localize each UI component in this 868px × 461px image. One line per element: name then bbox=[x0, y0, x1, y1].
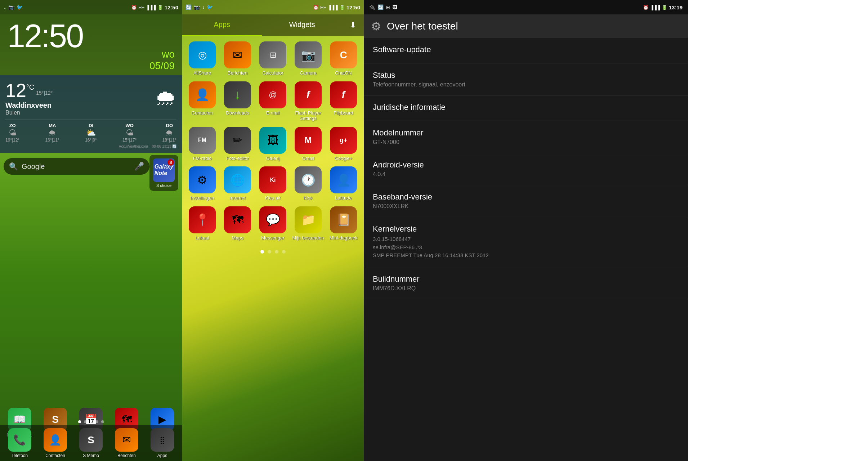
baseband-sub: N7000XXLRK bbox=[373, 203, 679, 210]
downloads-label: Downloads bbox=[226, 110, 249, 116]
settings-status[interactable]: Status Telefoonnummer, signaal, enzovoor… bbox=[364, 63, 688, 95]
drawer-dot-1 bbox=[260, 250, 264, 254]
battery3-icon: 🔋 bbox=[662, 5, 667, 10]
status-time: 12:50 bbox=[165, 4, 178, 10]
grid-googleplus[interactable]: g+ Google+ bbox=[327, 127, 360, 161]
contacten-dock-label: Contacten bbox=[45, 453, 65, 458]
messenger-icon: 💬 bbox=[259, 206, 286, 233]
latitude-label: Latitude bbox=[335, 195, 352, 201]
dock-berichten[interactable]: ✉ Berichten bbox=[111, 428, 143, 458]
dock-apps[interactable]: ⣿ Apps bbox=[146, 428, 179, 458]
signal-icon: ▐▐▐ bbox=[146, 5, 156, 10]
download2-icon: ↓ bbox=[202, 4, 205, 10]
grid-messenger[interactable]: 💬 Messenger bbox=[256, 206, 290, 241]
grid-contacten[interactable]: 👤 Contacten bbox=[185, 81, 219, 121]
forecast-di: DI ⛅ 16°|9° bbox=[85, 123, 97, 143]
grid-mini-dagboek[interactable]: 📔 Mini-dagboek bbox=[327, 206, 360, 241]
chaton-label: ChatON bbox=[335, 70, 352, 76]
maps-grid-icon: 🗺 bbox=[224, 206, 251, 233]
dock-smemo[interactable]: S S Memo bbox=[75, 428, 107, 458]
grid-flipboard[interactable]: f Flipboard bbox=[327, 81, 360, 121]
status-title: Status bbox=[373, 71, 679, 80]
search-bar[interactable]: 🔍 Google 🎤 bbox=[4, 158, 149, 175]
settings-baseband[interactable]: Baseband-versie N7000XXLRK bbox=[364, 185, 688, 217]
grid-email[interactable]: @ E-mail bbox=[256, 81, 290, 121]
tab-download[interactable]: ⬇ bbox=[342, 14, 364, 36]
statusbar2-right: ⏰ H+ ▐▐▐ 🔋 12:50 bbox=[313, 4, 360, 10]
weather-location: Waddinxveen bbox=[5, 101, 53, 109]
settings-kernelversie[interactable]: Kernelversie 3.0.15-1068447 se.infra@SEP… bbox=[364, 217, 688, 267]
grid-berichten[interactable]: ✉ Berichten bbox=[221, 41, 254, 76]
messenger-label: Messenger bbox=[261, 235, 284, 241]
twitter2-icon: 🐦 bbox=[207, 4, 213, 10]
forecast-do: DO 🌧 18°|11° bbox=[162, 123, 176, 143]
dock-contacten[interactable]: 👤 Contacten bbox=[39, 428, 72, 458]
internet-label: Internet bbox=[229, 195, 245, 201]
weather-info: 12 °C 15°|12° Waddinxveen Buien bbox=[5, 80, 53, 116]
grid-gmail[interactable]: M Gmail bbox=[291, 127, 325, 161]
tab-apps[interactable]: Apps bbox=[182, 14, 262, 36]
battery-icon: 🔋 bbox=[157, 5, 163, 10]
clock-time: 12:50 bbox=[7, 20, 175, 52]
weather-cloud-icon: 🌧 bbox=[155, 85, 176, 110]
grid-fmradio[interactable]: FM FM-radio bbox=[185, 127, 219, 161]
grid-flash[interactable]: f Flash Player Settings bbox=[291, 81, 325, 121]
galerij-label: Galerij bbox=[266, 156, 280, 161]
grid-kiesair[interactable]: Ki Kies air bbox=[256, 166, 290, 201]
grid-allshare[interactable]: ◎ AllShare bbox=[185, 41, 219, 76]
mic-icon[interactable]: 🎤 bbox=[134, 162, 144, 171]
grid-chaton[interactable]: C ChatON bbox=[327, 41, 360, 76]
grid-downloads[interactable]: ↓ Downloads bbox=[221, 81, 254, 121]
googleplus-label: Google+ bbox=[335, 156, 353, 161]
grid-mijn-bestanden[interactable]: 📁 Mijn bestanden bbox=[291, 206, 325, 241]
twitter-icon: 🐦 bbox=[17, 4, 23, 10]
mini-dagboek-label: Mini-dagboek bbox=[329, 235, 357, 241]
grid-klok[interactable]: 🕐 Klok bbox=[291, 166, 325, 201]
settings-panel: 🔌 🔄 ⊞ 🖼 ⏰ ▐▐▐ 🔋 13:19 ⚙ Over het toestel… bbox=[364, 0, 688, 461]
forecast-wo: WO 🌤 15°|17° bbox=[122, 123, 137, 143]
downloads-icon: ↓ bbox=[224, 81, 251, 108]
grid-maps[interactable]: 🗺 Maps bbox=[221, 206, 254, 241]
camera-grid-icon: 📷 bbox=[295, 41, 322, 68]
tab-bar: Apps Widgets ⬇ bbox=[182, 14, 364, 36]
schoice-widget[interactable]: GalaxyNote S S choice bbox=[149, 155, 178, 191]
settings-software-update[interactable]: Software-update bbox=[364, 38, 688, 63]
contacten-grid-icon: 👤 bbox=[189, 81, 216, 108]
dock-telefoon[interactable]: 📞 Telefoon bbox=[4, 428, 36, 458]
flipboard-label: Flipboard bbox=[334, 110, 353, 116]
settings-list: Software-update Status Telefoonnummer, s… bbox=[364, 38, 688, 461]
tab-widgets[interactable]: Widgets bbox=[262, 14, 343, 36]
status-sub: Telefoonnummer, signaal, enzovoort bbox=[373, 81, 679, 88]
grid-lokaal[interactable]: 📍 Lokaal bbox=[185, 206, 219, 241]
calculator-label: Calculator bbox=[262, 70, 283, 76]
grid-latitude[interactable]: 👤 Latitude bbox=[327, 166, 360, 201]
gmail-label: Gmail bbox=[302, 156, 314, 161]
settings-buildnummer[interactable]: Buildnummer IMM76D.XXLRQ bbox=[364, 267, 688, 299]
kiesair-icon: Ki bbox=[259, 166, 286, 193]
grid-instellingen[interactable]: ⚙ Instellingen bbox=[185, 166, 219, 201]
grid-galerij[interactable]: 🖼 Galerij bbox=[256, 127, 290, 161]
grid-foto-editor[interactable]: ✏ Foto-editor bbox=[221, 127, 254, 161]
dot-1 bbox=[78, 420, 81, 423]
clock-widget: 12:50 wo 05/09 bbox=[0, 14, 182, 75]
googleplus-icon: g+ bbox=[330, 127, 357, 154]
download-tab-icon: ⬇ bbox=[350, 21, 356, 30]
statusbar-panel3: 🔌 🔄 ⊞ 🖼 ⏰ ▐▐▐ 🔋 13:19 bbox=[364, 0, 688, 14]
settings-android-versie[interactable]: Android-versie 4.0.4 bbox=[364, 153, 688, 185]
statusbar-left-icons: ↓ 📷 🐦 bbox=[4, 4, 23, 10]
grid-internet[interactable]: 🌐 Internet bbox=[221, 166, 254, 201]
settings-juridische[interactable]: Juridische informatie bbox=[364, 95, 688, 121]
calculator-icon: ⊞ bbox=[259, 41, 286, 68]
grid-calculator[interactable]: ⊞ Calculator bbox=[256, 41, 290, 76]
alarm2-icon: ⏰ bbox=[313, 5, 319, 10]
smemo-label: S Memo bbox=[83, 453, 99, 458]
chaton-icon: C bbox=[330, 41, 357, 68]
galerij-icon: 🖼 bbox=[259, 127, 286, 154]
contacten-grid-label: Contacten bbox=[192, 110, 213, 116]
settings-modelnummer[interactable]: Modelnummer GT-N7000 bbox=[364, 121, 688, 153]
grid-camera[interactable]: 📷 Camera bbox=[291, 41, 325, 76]
signal2-icon: ▐▐▐ bbox=[328, 5, 338, 10]
alarm-icon: ⏰ bbox=[131, 5, 137, 10]
mini-dagboek-icon: 📔 bbox=[330, 206, 357, 233]
fmradio-label: FM-radio bbox=[193, 156, 211, 161]
